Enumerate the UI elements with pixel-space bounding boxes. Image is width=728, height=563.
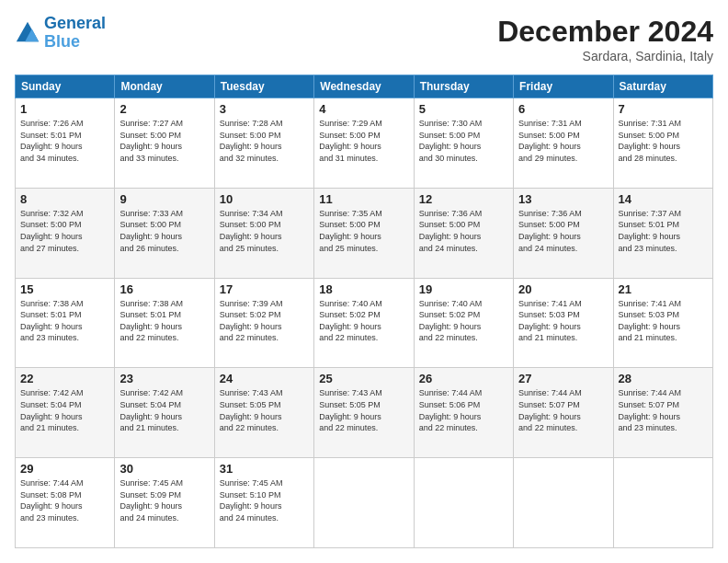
day-number: 14 [619, 192, 708, 206]
day-number: 29 [20, 462, 109, 476]
calendar-cell: 15Sunrise: 7:38 AMSunset: 5:01 PMDayligh… [16, 278, 115, 368]
day-number: 5 [419, 102, 508, 116]
calendar-cell: 11Sunrise: 7:35 AMSunset: 5:00 PMDayligh… [314, 188, 414, 278]
cell-info: Sunrise: 7:38 AMSunset: 5:01 PMDaylight:… [119, 298, 209, 344]
day-number: 16 [119, 282, 209, 296]
calendar-table: Sunday Monday Tuesday Wednesday Thursday… [15, 75, 713, 548]
day-number: 6 [518, 102, 608, 116]
cell-info: Sunrise: 7:44 AMSunset: 5:07 PMDaylight:… [518, 387, 608, 433]
col-tuesday: Tuesday [214, 75, 313, 98]
day-number: 18 [319, 282, 408, 296]
day-number: 13 [518, 192, 608, 206]
col-friday: Friday [514, 75, 613, 98]
month-title: December 2024 [497, 15, 713, 49]
cell-info: Sunrise: 7:37 AMSunset: 5:01 PMDaylight:… [619, 208, 708, 254]
day-number: 15 [20, 282, 109, 296]
day-number: 10 [220, 192, 309, 206]
calendar-week-row: 8Sunrise: 7:32 AMSunset: 5:00 PMDaylight… [16, 188, 713, 278]
cell-info: Sunrise: 7:44 AMSunset: 5:06 PMDaylight:… [419, 387, 508, 433]
cell-info: Sunrise: 7:34 AMSunset: 5:00 PMDaylight:… [220, 208, 309, 254]
calendar-cell: 22Sunrise: 7:42 AMSunset: 5:04 PMDayligh… [16, 368, 115, 458]
cell-info: Sunrise: 7:44 AMSunset: 5:08 PMDaylight:… [20, 477, 109, 523]
day-number: 25 [319, 372, 408, 385]
calendar-cell: 26Sunrise: 7:44 AMSunset: 5:06 PMDayligh… [414, 368, 513, 458]
day-number: 30 [119, 462, 209, 476]
day-number: 24 [220, 372, 309, 385]
cell-info: Sunrise: 7:38 AMSunset: 5:01 PMDaylight:… [20, 298, 109, 344]
calendar-cell: 23Sunrise: 7:42 AMSunset: 5:04 PMDayligh… [115, 368, 214, 458]
cell-info: Sunrise: 7:31 AMSunset: 5:00 PMDaylight:… [518, 118, 608, 164]
calendar-cell: 27Sunrise: 7:44 AMSunset: 5:07 PMDayligh… [514, 368, 613, 458]
calendar-cell: 25Sunrise: 7:43 AMSunset: 5:05 PMDayligh… [314, 368, 414, 458]
cell-info: Sunrise: 7:40 AMSunset: 5:02 PMDaylight:… [419, 298, 508, 344]
day-number: 9 [119, 192, 209, 206]
cell-info: Sunrise: 7:27 AMSunset: 5:00 PMDaylight:… [119, 118, 209, 164]
day-number: 23 [119, 372, 209, 385]
calendar-cell: 8Sunrise: 7:32 AMSunset: 5:00 PMDaylight… [16, 188, 115, 278]
cell-info: Sunrise: 7:28 AMSunset: 5:00 PMDaylight:… [220, 118, 309, 164]
calendar-cell: 4Sunrise: 7:29 AMSunset: 5:00 PMDaylight… [314, 98, 414, 189]
day-number: 27 [518, 372, 608, 385]
col-wednesday: Wednesday [314, 75, 414, 98]
col-monday: Monday [115, 75, 214, 98]
cell-info: Sunrise: 7:35 AMSunset: 5:00 PMDaylight:… [319, 208, 408, 254]
calendar-cell: 10Sunrise: 7:34 AMSunset: 5:00 PMDayligh… [214, 188, 313, 278]
calendar-cell [514, 458, 613, 548]
location-subtitle: Sardara, Sardinia, Italy [497, 49, 713, 63]
day-number: 2 [119, 102, 209, 116]
cell-info: Sunrise: 7:26 AMSunset: 5:01 PMDaylight:… [20, 118, 109, 164]
calendar-cell: 13Sunrise: 7:36 AMSunset: 5:00 PMDayligh… [514, 188, 613, 278]
calendar-cell: 21Sunrise: 7:41 AMSunset: 5:03 PMDayligh… [613, 278, 712, 368]
day-number: 3 [220, 102, 309, 116]
col-saturday: Saturday [613, 75, 712, 98]
day-number: 4 [319, 102, 408, 116]
col-sunday: Sunday [16, 75, 115, 98]
logo-icon [15, 20, 40, 46]
calendar-cell: 24Sunrise: 7:43 AMSunset: 5:05 PMDayligh… [214, 368, 313, 458]
page-container: General Blue December 2024 Sardara, Sard… [0, 0, 728, 563]
calendar-cell: 30Sunrise: 7:45 AMSunset: 5:09 PMDayligh… [115, 458, 214, 548]
calendar-week-row: 15Sunrise: 7:38 AMSunset: 5:01 PMDayligh… [16, 278, 713, 368]
calendar-header-row: Sunday Monday Tuesday Wednesday Thursday… [16, 75, 713, 98]
cell-info: Sunrise: 7:32 AMSunset: 5:00 PMDaylight:… [20, 208, 109, 254]
calendar-week-row: 1Sunrise: 7:26 AMSunset: 5:01 PMDaylight… [16, 98, 713, 189]
cell-info: Sunrise: 7:33 AMSunset: 5:00 PMDaylight:… [119, 208, 209, 254]
day-number: 21 [619, 282, 708, 296]
calendar-cell: 20Sunrise: 7:41 AMSunset: 5:03 PMDayligh… [514, 278, 613, 368]
day-number: 28 [619, 372, 708, 385]
cell-info: Sunrise: 7:36 AMSunset: 5:00 PMDaylight:… [518, 208, 608, 254]
calendar-cell [314, 458, 414, 548]
day-number: 31 [220, 462, 309, 476]
header: General Blue December 2024 Sardara, Sard… [15, 15, 713, 63]
cell-info: Sunrise: 7:42 AMSunset: 5:04 PMDaylight:… [20, 387, 109, 433]
day-number: 8 [20, 192, 109, 206]
cell-info: Sunrise: 7:41 AMSunset: 5:03 PMDaylight:… [518, 298, 608, 344]
calendar-cell [414, 458, 513, 548]
logo-text: General Blue [44, 15, 106, 52]
day-number: 20 [518, 282, 608, 296]
calendar-cell: 17Sunrise: 7:39 AMSunset: 5:02 PMDayligh… [214, 278, 313, 368]
calendar-cell: 28Sunrise: 7:44 AMSunset: 5:07 PMDayligh… [613, 368, 712, 458]
logo: General Blue [15, 15, 106, 52]
calendar-cell: 7Sunrise: 7:31 AMSunset: 5:00 PMDaylight… [613, 98, 712, 189]
day-number: 12 [419, 192, 508, 206]
day-number: 22 [20, 372, 109, 385]
cell-info: Sunrise: 7:31 AMSunset: 5:00 PMDaylight:… [619, 118, 708, 164]
calendar-cell: 29Sunrise: 7:44 AMSunset: 5:08 PMDayligh… [16, 458, 115, 548]
title-block: December 2024 Sardara, Sardinia, Italy [497, 15, 713, 63]
calendar-cell: 31Sunrise: 7:45 AMSunset: 5:10 PMDayligh… [214, 458, 313, 548]
cell-info: Sunrise: 7:45 AMSunset: 5:10 PMDaylight:… [220, 477, 309, 523]
calendar-cell [613, 458, 712, 548]
cell-info: Sunrise: 7:41 AMSunset: 5:03 PMDaylight:… [619, 298, 708, 344]
day-number: 7 [619, 102, 708, 116]
cell-info: Sunrise: 7:44 AMSunset: 5:07 PMDaylight:… [619, 387, 708, 433]
calendar-cell: 12Sunrise: 7:36 AMSunset: 5:00 PMDayligh… [414, 188, 513, 278]
day-number: 26 [419, 372, 508, 385]
cell-info: Sunrise: 7:43 AMSunset: 5:05 PMDaylight:… [220, 387, 309, 433]
calendar-cell: 14Sunrise: 7:37 AMSunset: 5:01 PMDayligh… [613, 188, 712, 278]
calendar-cell: 6Sunrise: 7:31 AMSunset: 5:00 PMDaylight… [514, 98, 613, 189]
cell-info: Sunrise: 7:36 AMSunset: 5:00 PMDaylight:… [419, 208, 508, 254]
calendar-cell: 19Sunrise: 7:40 AMSunset: 5:02 PMDayligh… [414, 278, 513, 368]
calendar-cell: 16Sunrise: 7:38 AMSunset: 5:01 PMDayligh… [115, 278, 214, 368]
cell-info: Sunrise: 7:43 AMSunset: 5:05 PMDaylight:… [319, 387, 408, 433]
